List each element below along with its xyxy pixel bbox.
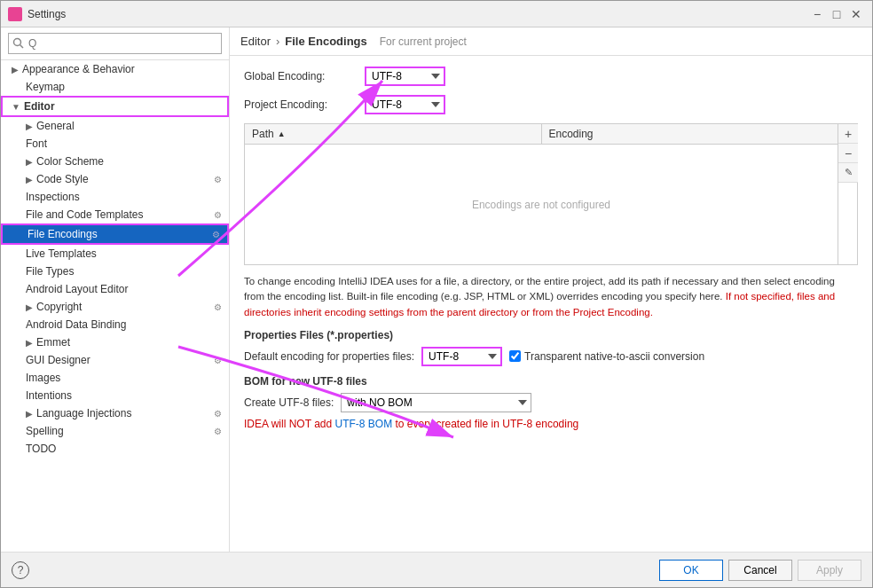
sidebar-item-font[interactable]: Font: [1, 135, 229, 153]
ok-button[interactable]: OK: [659, 560, 723, 581]
sidebar-item-label: Emmet: [36, 336, 70, 349]
chevron-right-icon: ▶: [12, 65, 19, 74]
settings-icon: ⚙: [214, 356, 222, 365]
sidebar-item-label: Android Layout Editor: [26, 283, 128, 295]
chevron-right-icon: ▶: [26, 302, 33, 312]
settings-icon: ⚙: [214, 302, 222, 312]
search-input[interactable]: [8, 33, 222, 54]
properties-section: Properties Files (*.properties) Default …: [244, 329, 858, 366]
sidebar-item-label: Android Data Binding: [26, 318, 126, 331]
chevron-right-icon: ▶: [26, 338, 33, 348]
maximize-button[interactable]: □: [828, 5, 845, 23]
sidebar-item-code-style[interactable]: ▶ Code Style ⚙: [1, 170, 229, 188]
sidebar-item-gui-designer[interactable]: GUI Designer ⚙: [1, 351, 229, 369]
global-encoding-select[interactable]: UTF-8 UTF-16 ISO-8859-1: [365, 67, 445, 86]
bom-link[interactable]: UTF-8 BOM: [334, 418, 392, 430]
sidebar-item-general[interactable]: ▶ General: [1, 117, 229, 135]
title-bar: Settings − □ ✕: [1, 1, 872, 27]
bom-select[interactable]: with NO BOM with BOM with BOM if file co…: [341, 393, 531, 412]
transparent-label[interactable]: Transparent native-to-ascii conversion: [524, 350, 704, 363]
table-col-encoding-header: Encoding: [542, 124, 838, 144]
sidebar-item-label: Font: [26, 137, 47, 150]
sidebar-item-live-templates[interactable]: Live Templates: [1, 245, 229, 263]
app-icon: [8, 7, 22, 21]
sidebar-item-keymap[interactable]: Keymap: [1, 78, 229, 96]
window-title: Settings: [28, 8, 808, 20]
bom-info-text: IDEA will NOT add UTF-8 BOM to every cre…: [244, 418, 858, 430]
sidebar-item-file-encodings[interactable]: File Encodings ⚙: [1, 223, 229, 245]
sidebar-item-label: TODO: [26, 443, 56, 455]
sidebar-item-appearance[interactable]: ▶ Appearance & Behavior: [1, 60, 229, 78]
panel-header: Editor › File Encodings For current proj…: [230, 27, 872, 56]
sidebar-item-label: Copyright: [36, 301, 82, 313]
sidebar-item-label: Keymap: [26, 81, 65, 93]
settings-icon: ⚙: [214, 427, 222, 436]
transparent-checkbox[interactable]: [509, 350, 521, 362]
settings-icon: ⚙: [214, 175, 222, 184]
sidebar-item-label: Editor: [24, 100, 55, 113]
remove-encoding-button[interactable]: −: [838, 144, 858, 163]
sidebar-item-file-types[interactable]: File Types: [1, 263, 229, 280]
sidebar-item-file-code-templates[interactable]: File and Code Templates ⚙: [1, 206, 229, 223]
table-header: Path ▲ Encoding: [245, 124, 838, 145]
encoding-col-label: Encoding: [549, 128, 594, 140]
sidebar-item-label: Images: [26, 372, 60, 384]
add-encoding-button[interactable]: +: [838, 124, 858, 144]
close-button[interactable]: ✕: [847, 5, 865, 23]
bom-section: BOM for new UTF-8 files Create UTF-8 fil…: [244, 375, 858, 430]
settings-icon: ⚙: [212, 230, 220, 239]
sidebar-item-language-injections[interactable]: ▶ Language Injections ⚙: [1, 404, 229, 422]
minimize-button[interactable]: −: [808, 5, 826, 23]
help-button[interactable]: ?: [12, 561, 29, 579]
sidebar-item-label: File Types: [26, 265, 74, 278]
sidebar-item-label: File and Code Templates: [26, 208, 144, 221]
sidebar-item-emmet[interactable]: ▶ Emmet: [1, 333, 229, 351]
project-encoding-row: Project Encoding: UTF-8 UTF-16 ISO-8859-…: [244, 95, 858, 114]
sidebar-item-spelling[interactable]: Spelling ⚙: [1, 422, 229, 440]
footer: ? OK Cancel Apply: [1, 552, 872, 587]
sort-asc-icon: ▲: [278, 129, 286, 138]
chevron-down-icon: ▼: [12, 102, 20, 112]
global-encoding-row: Global Encoding: UTF-8 UTF-16 ISO-8859-1: [244, 67, 858, 86]
breadcrumb-parent: Editor: [240, 35, 271, 48]
table-main: Path ▲ Encoding Encodings are not config…: [245, 124, 838, 264]
sidebar-item-label: Code Style: [36, 173, 89, 185]
sidebar-item-label: Language Injections: [36, 407, 131, 419]
chevron-right-icon: ▶: [26, 157, 33, 167]
cancel-button[interactable]: Cancel: [728, 560, 792, 581]
breadcrumb-separator: ›: [276, 35, 279, 48]
sidebar-item-todo[interactable]: TODO: [1, 440, 229, 458]
properties-row: Default encoding for properties files: U…: [244, 347, 858, 366]
project-encoding-select[interactable]: UTF-8 UTF-16 ISO-8859-1: [365, 95, 445, 114]
chevron-right-icon: ▶: [26, 122, 33, 131]
sidebar-item-label: Live Templates: [26, 247, 97, 260]
sidebar-item-android-layout-editor[interactable]: Android Layout Editor: [1, 280, 229, 298]
default-encoding-label: Default encoding for properties files:: [244, 350, 414, 363]
table-actions: + − ✎: [838, 124, 857, 264]
search-box: [1, 27, 229, 60]
settings-icon: ⚙: [214, 210, 222, 220]
sidebar-item-copyright[interactable]: ▶ Copyright ⚙: [1, 298, 229, 316]
bom-info-prefix: IDEA will NOT add: [244, 418, 334, 430]
apply-button[interactable]: Apply: [798, 560, 861, 581]
project-encoding-label: Project Encoding:: [244, 98, 359, 111]
sidebar-item-editor[interactable]: ▼ Editor: [1, 96, 229, 117]
panel-body: Global Encoding: UTF-8 UTF-16 ISO-8859-1…: [230, 56, 872, 552]
right-panel: Editor › File Encodings For current proj…: [230, 27, 872, 552]
edit-encoding-button[interactable]: ✎: [838, 163, 858, 183]
transparent-checkbox-row: Transparent native-to-ascii conversion: [509, 350, 704, 363]
breadcrumb-current: File Encodings: [285, 35, 366, 48]
global-encoding-label: Global Encoding:: [244, 70, 359, 82]
sidebar-item-images[interactable]: Images: [1, 369, 229, 387]
properties-encoding-select[interactable]: UTF-8 UTF-16 ISO-8859-1: [421, 347, 502, 366]
sidebar-item-intentions[interactable]: Intentions: [1, 387, 229, 404]
create-utf8-label: Create UTF-8 files:: [244, 396, 334, 409]
sidebar-item-android-data-binding[interactable]: Android Data Binding: [1, 316, 229, 333]
properties-section-label: Properties Files (*.properties): [244, 329, 858, 341]
table-col-path-header: Path ▲: [245, 124, 542, 144]
sidebar-item-inspections[interactable]: Inspections: [1, 188, 229, 206]
sidebar-item-color-scheme[interactable]: ▶ Color Scheme: [1, 153, 229, 170]
bom-info-suffix: to every created file in UTF-8 encoding: [392, 418, 578, 430]
for-current-project-label: For current project: [380, 35, 467, 48]
sidebar-item-label: File Encodings: [28, 228, 98, 240]
